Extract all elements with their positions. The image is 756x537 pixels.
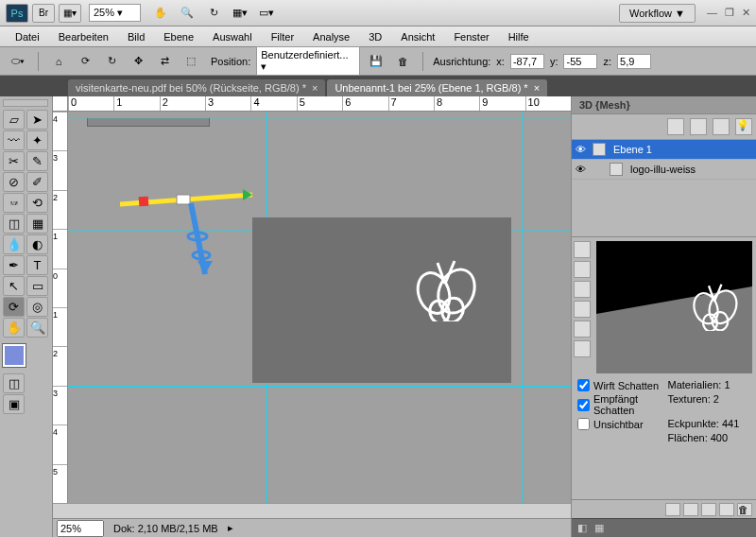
menu-fenster[interactable]: Fenster xyxy=(444,28,498,45)
position-select[interactable]: Benutzerdefiniert... ▾ xyxy=(256,46,360,76)
menu-filter[interactable]: Filter xyxy=(262,28,303,45)
z-coord-input[interactable] xyxy=(617,54,651,69)
scale-3d-icon[interactable]: ⬚ xyxy=(180,51,201,72)
minimize-button[interactable]: — xyxy=(707,7,717,19)
menu-datei[interactable]: Datei xyxy=(6,28,49,45)
view-extras-icon[interactable]: ▦▾ xyxy=(59,4,81,23)
eyedropper-tool[interactable]: ✎ xyxy=(26,151,48,171)
ps-app-icon[interactable]: Ps xyxy=(6,4,28,23)
menu-ansicht[interactable]: Ansicht xyxy=(391,28,444,45)
collapsed-panel-icon[interactable]: ◧ xyxy=(577,522,587,534)
guide-horizontal[interactable] xyxy=(68,386,571,387)
pf-delete-icon[interactable]: 🗑 xyxy=(737,503,752,516)
scene-filter-icon[interactable] xyxy=(667,118,684,135)
canvas-scrollbar-h[interactable] xyxy=(53,503,571,518)
unsichtbar-checkbox[interactable]: Unsichtbar xyxy=(577,418,661,430)
brush-tool[interactable]: ✐ xyxy=(26,172,48,192)
document-tab-2[interactable]: Unbenannt-1 bei 25% (Ebene 1, RGB/8) * × xyxy=(327,79,547,96)
history-brush-tool[interactable]: ⟲ xyxy=(26,193,48,213)
orbit-3d-icon[interactable]: ⟳ xyxy=(75,51,95,72)
pv-orbit-icon[interactable] xyxy=(574,261,591,278)
pv-home-icon[interactable] xyxy=(574,241,591,258)
material-filter-icon[interactable] xyxy=(713,118,730,135)
stamp-tool[interactable]: ⎃ xyxy=(3,193,25,213)
hand-tool-icon[interactable]: ✋ xyxy=(152,5,169,22)
panel-3d-tab[interactable]: 3D {Mesh} xyxy=(572,96,756,114)
wirft-schatten-checkbox[interactable]: Wirft Schatten xyxy=(577,379,661,391)
pf-icon-2[interactable] xyxy=(683,503,698,516)
eraser-tool[interactable]: ◫ xyxy=(3,214,25,234)
pf-icon-3[interactable] xyxy=(701,503,716,516)
pen-tool[interactable]: ✒ xyxy=(3,255,25,275)
selection-tool[interactable]: ➤ xyxy=(26,110,48,130)
foreground-color[interactable] xyxy=(3,344,26,367)
pan-3d-icon[interactable]: ✥ xyxy=(128,51,148,72)
menu-auswahl[interactable]: Auswahl xyxy=(203,28,262,45)
ruler-horizontal[interactable]: 0 1 2 3 4 5 6 7 8 9 10 xyxy=(53,96,571,112)
arrange-icon[interactable]: ▦▾ xyxy=(232,5,249,22)
roll-3d-icon[interactable]: ↻ xyxy=(101,51,122,72)
workspace-switcher[interactable]: Workflow ▼ xyxy=(619,4,696,23)
move-tool[interactable]: ▱ xyxy=(3,110,25,130)
guide-horizontal[interactable] xyxy=(68,117,571,118)
dodge-tool[interactable]: ◐ xyxy=(26,234,48,254)
pf-new-icon[interactable] xyxy=(719,503,734,516)
magic-wand-tool[interactable]: ✦ xyxy=(26,130,48,150)
pv-scale-icon[interactable] xyxy=(574,340,591,357)
pf-icon-1[interactable] xyxy=(665,503,680,516)
3d-gizmo[interactable] xyxy=(111,170,262,303)
visibility-icon[interactable]: 👁 xyxy=(576,164,589,175)
menu-hilfe[interactable]: Hilfe xyxy=(499,28,539,45)
zoom-tool[interactable]: 🔍 xyxy=(26,318,48,338)
type-tool[interactable]: T xyxy=(26,255,48,275)
menu-ebene[interactable]: Ebene xyxy=(154,28,203,45)
menu-analyse[interactable]: Analyse xyxy=(303,28,359,45)
zoom-level-select[interactable]: 25% ▾ xyxy=(89,4,141,22)
tab-2-close-icon[interactable]: × xyxy=(534,82,540,94)
canvas-control-strip[interactable] xyxy=(87,117,210,127)
mesh-filter-icon[interactable] xyxy=(690,118,707,135)
shape-tool[interactable]: ▭ xyxy=(26,276,48,296)
document-tab-1[interactable]: visitenkarte-neu.pdf bei 50% (Rückseite,… xyxy=(68,79,325,96)
healing-tool[interactable]: ⊘ xyxy=(3,172,25,192)
path-tool[interactable]: ↖ xyxy=(3,276,25,296)
hand-tool[interactable]: ✋ xyxy=(3,318,25,338)
pv-pan-icon[interactable] xyxy=(574,281,591,298)
tool-preset-icon[interactable]: ⬭▾ xyxy=(8,51,28,72)
crop-tool[interactable]: ✂ xyxy=(3,151,25,171)
x-coord-input[interactable] xyxy=(510,54,544,69)
empfangt-schatten-checkbox[interactable]: Empfängt Schatten xyxy=(577,393,661,416)
canvas[interactable] xyxy=(68,112,571,503)
pv-roll-icon[interactable] xyxy=(574,301,591,318)
lasso-tool[interactable]: 〰 xyxy=(3,130,25,150)
rotate-tool-icon[interactable]: ↻ xyxy=(205,5,222,22)
pv-slide-icon[interactable] xyxy=(574,320,591,338)
guide-vertical[interactable] xyxy=(523,112,524,503)
menu-bearbeiten[interactable]: Bearbeiten xyxy=(49,28,118,45)
light-filter-icon[interactable]: 💡 xyxy=(735,118,752,135)
3d-rotate-tool[interactable]: ⟳ xyxy=(3,297,25,317)
menu-3d[interactable]: 3D xyxy=(359,28,391,45)
maximize-button[interactable]: ❐ xyxy=(725,7,734,19)
gradient-tool[interactable]: ▦ xyxy=(26,214,48,234)
menu-bild[interactable]: Bild xyxy=(118,28,154,45)
collapsed-panels-bar[interactable]: ◧ ▦ xyxy=(572,518,756,537)
home-3d-icon[interactable]: ⌂ xyxy=(48,51,69,72)
screenmode-tool[interactable]: ▣ xyxy=(3,394,25,414)
slide-3d-icon[interactable]: ⇄ xyxy=(154,51,175,72)
save-icon[interactable]: 💾 xyxy=(366,51,387,72)
tab-1-close-icon[interactable]: × xyxy=(312,82,318,94)
toolbox-grip[interactable] xyxy=(3,99,48,107)
3d-orbit-tool[interactable]: ◎ xyxy=(26,297,48,317)
y-coord-input[interactable] xyxy=(563,54,597,69)
layer-row-ebene1[interactable]: 👁 Ebene 1 xyxy=(572,140,756,160)
layer-row-logo[interactable]: 👁 logo-illu-weiss xyxy=(572,160,756,180)
close-button[interactable]: ✕ xyxy=(742,7,750,19)
delete-icon[interactable]: 🗑 xyxy=(392,51,413,72)
ruler-vertical[interactable]: 4 3 2 1 0 1 2 3 4 5 xyxy=(53,112,68,503)
blur-tool[interactable]: 💧 xyxy=(3,234,25,254)
screen-mode-icon[interactable]: ▭▾ xyxy=(258,5,275,22)
status-zoom-input[interactable] xyxy=(57,520,104,537)
visibility-icon[interactable]: 👁 xyxy=(576,144,589,155)
status-info-dropdown[interactable]: ▸ xyxy=(228,522,233,534)
